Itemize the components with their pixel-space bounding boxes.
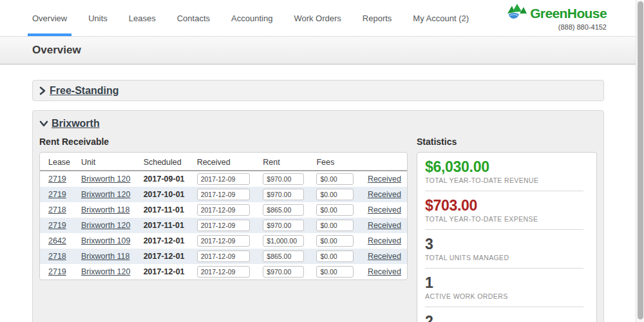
rent-amount-input[interactable] [263, 235, 304, 247]
stat-value: $703.00 [425, 198, 586, 213]
vertical-scrollbar-thumb[interactable] [638, 1, 643, 319]
col-header-action [362, 153, 407, 171]
greenhouse-logo-icon [505, 3, 528, 23]
stat-label: ACTIVE WORK ORDERS [425, 292, 586, 300]
unit-link[interactable]: Brixworth 118 [81, 205, 130, 214]
stat-value: $6,030.00 [425, 159, 586, 175]
page-title-bar: Overview [0, 37, 644, 64]
stat-value: 2 [425, 314, 586, 322]
fees-amount-input[interactable] [316, 173, 354, 185]
nav-item-contacts[interactable]: Contacts [177, 0, 210, 37]
nav-item-overview[interactable]: Overview [32, 0, 67, 37]
stat-label: TOTAL YEAR-TO-DATE EXPENSE [425, 215, 586, 223]
scheduled-date: 2017-12-01 [140, 233, 193, 249]
lease-link[interactable]: 2719 [48, 175, 66, 184]
rent-amount-input[interactable] [263, 251, 304, 262]
section-brixworth: Brixworth Rent Receivable Lease Unit Sch… [32, 110, 604, 322]
stat-active-work-orders: 1 ACTIVE WORK ORDERS [425, 275, 586, 300]
received-action-link[interactable]: Received [368, 236, 401, 245]
divider [425, 191, 583, 191]
unit-link[interactable]: Brixworth 118 [81, 252, 130, 261]
unit-link[interactable]: Brixworth 120 [81, 175, 130, 184]
lease-link[interactable]: 2719 [48, 190, 66, 199]
nav-item-my-account[interactable]: My Account (2) [413, 0, 469, 37]
accordion-brixworth-label[interactable]: Brixworth [52, 118, 100, 129]
lease-link[interactable]: 2718 [48, 205, 66, 214]
vertical-scrollbar-track[interactable] [636, 0, 644, 322]
fees-amount-input[interactable] [316, 189, 354, 200]
col-header-fees: Fees [312, 153, 361, 171]
stat-partial: 2 [425, 314, 586, 322]
rent-amount-input[interactable] [263, 173, 304, 185]
scheduled-date: 2017-11-01 [140, 202, 193, 218]
brand-phone: (888) 880-4152 [505, 23, 607, 31]
nav-item-work-orders[interactable]: Work Orders [294, 0, 341, 37]
stat-label: TOTAL UNITS MANAGED [425, 254, 586, 261]
stat-units-managed: 3 TOTAL UNITS MANAGED [425, 236, 586, 261]
received-action-link[interactable]: Received [368, 252, 401, 261]
fees-amount-input[interactable] [316, 220, 354, 231]
divider [425, 229, 583, 230]
stat-ytd-expense: $703.00 TOTAL YEAR-TO-DATE EXPENSE [425, 198, 586, 223]
rent-receivable-table: Lease Unit Scheduled Received Rent Fees [40, 153, 407, 279]
unit-link[interactable]: Brixworth 120 [81, 267, 130, 276]
statistics-card: $6,030.00 TOTAL YEAR-TO-DATE REVENUE $70… [417, 152, 597, 322]
rent-amount-input[interactable] [263, 220, 304, 231]
rent-amount-input[interactable] [263, 204, 304, 216]
received-action-link[interactable]: Received [368, 267, 401, 276]
scheduled-date: 2017-09-01 [140, 171, 193, 187]
stat-value: 1 [425, 275, 586, 290]
stat-label: TOTAL YEAR-TO-DATE REVENUE [425, 176, 586, 184]
col-header-unit: Unit [77, 153, 140, 171]
nav-item-units[interactable]: Units [88, 0, 108, 37]
received-date-input[interactable] [197, 251, 250, 262]
rent-receivable-title: Rent Receivable [39, 137, 408, 147]
received-date-input[interactable] [197, 235, 250, 247]
stat-ytd-revenue: $6,030.00 TOTAL YEAR-TO-DATE REVENUE [425, 159, 586, 184]
rent-amount-input[interactable] [263, 189, 304, 200]
lease-link[interactable]: 2719 [48, 267, 66, 276]
nav-item-leases[interactable]: Leases [129, 0, 156, 37]
unit-link[interactable]: Brixworth 120 [81, 221, 130, 230]
nav-item-accounting[interactable]: Accounting [231, 0, 272, 37]
unit-link[interactable]: Brixworth 120 [81, 190, 130, 199]
top-navigation: Overview Units Leases Contacts Accountin… [0, 0, 644, 37]
stat-value: 3 [425, 236, 586, 252]
received-date-input[interactable] [197, 189, 250, 200]
divider [425, 268, 583, 269]
fees-amount-input[interactable] [316, 204, 354, 216]
scheduled-date: 2017-11-01 [140, 218, 193, 233]
accordion-free-standing[interactable]: Free-Standing [32, 80, 604, 101]
accordion-brixworth[interactable]: Brixworth [39, 117, 597, 131]
brand-block: GreenHouse (888) 880-4152 [505, 5, 607, 31]
chevron-right-icon [39, 86, 46, 95]
table-row: 2719 Brixworth 120 2017-09-01 Received [40, 171, 407, 187]
chevron-down-icon [39, 120, 48, 128]
lease-link[interactable]: 2642 [48, 236, 66, 245]
fees-amount-input[interactable] [316, 266, 354, 278]
unit-link[interactable]: Brixworth 109 [81, 236, 130, 245]
fees-amount-input[interactable] [316, 251, 354, 262]
col-header-lease: Lease [40, 153, 77, 171]
received-date-input[interactable] [197, 173, 250, 185]
received-action-link[interactable]: Received [368, 175, 401, 184]
received-date-input[interactable] [197, 204, 250, 216]
nav-item-reports[interactable]: Reports [363, 0, 392, 37]
received-action-link[interactable]: Received [368, 221, 401, 230]
scheduled-date: 2017-12-01 [140, 264, 193, 279]
fees-amount-input[interactable] [316, 235, 354, 247]
table-row: 2642 Brixworth 109 2017-12-01 Received [40, 233, 407, 249]
received-date-input[interactable] [197, 220, 250, 231]
col-header-received: Received [193, 153, 260, 171]
table-row: 2718 Brixworth 118 2017-12-01 Received [40, 249, 407, 264]
lease-link[interactable]: 2718 [48, 252, 66, 261]
received-date-input[interactable] [197, 266, 250, 278]
lease-link[interactable]: 2719 [48, 221, 66, 230]
scheduled-date: 2017-10-01 [140, 187, 193, 202]
rent-amount-input[interactable] [263, 266, 304, 278]
received-action-link[interactable]: Received [368, 205, 401, 214]
page-title: Overview [32, 44, 81, 57]
received-action-link[interactable]: Received [368, 190, 401, 199]
brand-name[interactable]: GreenHouse [530, 6, 607, 21]
accordion-free-standing-label[interactable]: Free-Standing [50, 85, 119, 97]
